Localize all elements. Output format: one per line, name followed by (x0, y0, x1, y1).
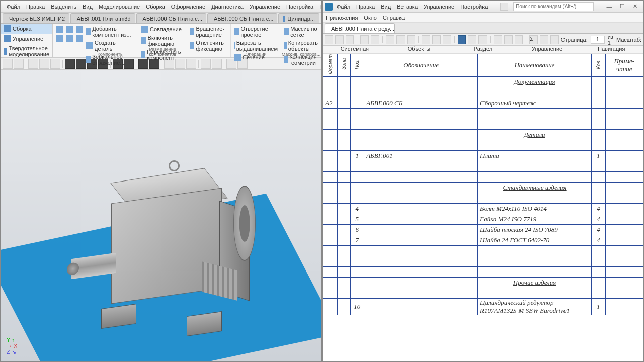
spec-row[interactable] (323, 193, 643, 203)
tb-1[interactable] (3, 59, 13, 69)
st-13[interactable] (468, 35, 476, 44)
rotate-btn[interactable]: Вращение-вращение (189, 25, 228, 39)
st-1[interactable] (325, 35, 333, 44)
print-btn[interactable] (55, 34, 64, 43)
menu-Диагностика[interactable]: Диагностика (211, 4, 244, 10)
hole-btn[interactable]: Отверстие простое (233, 25, 279, 39)
menu-Управление[interactable]: Управление (424, 4, 454, 10)
st-12[interactable] (458, 35, 466, 44)
create-part-btn[interactable]: Создать деталь (85, 39, 136, 53)
spec-row[interactable]: 10Цилиндрический редуктор R107AM132S-M S… (323, 298, 643, 315)
doc-tab[interactable]: АБВГ.000 СБ Плита с... (207, 13, 277, 23)
doc-tab[interactable]: АБВГ.001 Плита.m3d (70, 13, 135, 23)
menu-Вид[interactable]: Вид (83, 4, 93, 10)
tb-4[interactable] (39, 59, 49, 69)
st-15[interactable] (494, 35, 502, 44)
spec-row[interactable]: А2АБВГ.000 СБСборочный чертеж (323, 98, 643, 108)
spec-row[interactable] (323, 171, 643, 182)
spec-row[interactable]: 1АБВГ.001Плита1 (323, 150, 643, 161)
new-btn[interactable] (55, 25, 64, 34)
menu-Выделить[interactable]: Выделить (51, 4, 76, 10)
doc-tab[interactable]: Цилиндр... (278, 13, 319, 23)
st-10[interactable] (432, 35, 441, 44)
menu-Приложения[interactable]: Приложения (326, 15, 358, 21)
3d-viewport[interactable]: Y ↑→ XZ ↘ (1, 70, 321, 361)
maximize-btn[interactable]: ☐ (616, 3, 628, 11)
menu-Правка[interactable]: Правка (356, 4, 375, 10)
spec-row[interactable] (323, 140, 643, 150)
copy-obj-btn[interactable]: Копировать объекты (283, 39, 319, 53)
spec-row[interactable] (323, 288, 643, 298)
st-8[interactable] (407, 35, 416, 44)
spec-row[interactable] (323, 266, 643, 277)
st-20[interactable] (550, 35, 559, 44)
spec-row[interactable]: Документация (323, 76, 643, 87)
menu-Справка[interactable]: Справка (383, 15, 405, 21)
st-2[interactable] (335, 35, 344, 44)
spec-row[interactable] (323, 245, 643, 256)
menu-Правка[interactable]: Правка (26, 4, 45, 10)
minimize-btn[interactable]: — (603, 3, 615, 11)
spec-row[interactable]: 7Шайба 24 ГОСТ 6402-704 (323, 235, 643, 245)
open-btn[interactable] (65, 25, 74, 34)
menu-Сборка[interactable]: Сборка (146, 4, 165, 10)
st-3[interactable] (346, 35, 354, 44)
st-19[interactable] (540, 35, 548, 44)
tb-16[interactable] (186, 59, 196, 69)
tb-5[interactable] (50, 59, 60, 69)
search-icon[interactable] (500, 3, 508, 11)
st-4[interactable] (360, 35, 369, 44)
menu-Вставка[interactable]: Вставка (397, 4, 418, 10)
st-5[interactable] (371, 35, 379, 44)
st-11[interactable] (443, 35, 451, 44)
st-7[interactable] (396, 35, 405, 44)
spec-row[interactable] (323, 119, 643, 129)
command-search[interactable] (513, 2, 594, 11)
close-btn[interactable]: ✕ (629, 3, 641, 11)
doc-tab[interactable]: АБВГ.000 Плита с реду...× (325, 23, 395, 33)
st-9[interactable] (422, 35, 430, 44)
menu-Моделирование[interactable]: Моделирование (99, 4, 140, 10)
fix-off-btn[interactable]: Отключить фиксацию (189, 39, 228, 53)
coincide-btn[interactable]: Совпадение (140, 25, 185, 34)
mode-solid[interactable]: Твердотельное моделирование (1, 44, 52, 59)
menu-Управление[interactable]: Управление (250, 4, 280, 10)
menu-Настройка[interactable]: Настройка (460, 4, 488, 10)
spec-row[interactable]: 5Гайка М24 ISO 77194 (323, 214, 643, 224)
spec-row[interactable]: Стандартные изделия (323, 182, 643, 193)
st-6[interactable] (386, 35, 394, 44)
mode-assembly[interactable]: Сборка (1, 24, 52, 34)
st-16[interactable] (504, 35, 513, 44)
spec-row[interactable]: 6Шайба плоская 24 ISO 70894 (323, 224, 643, 235)
spec-row[interactable]: Детали (323, 129, 643, 140)
mode-manage[interactable]: Управление (1, 34, 52, 44)
tb-7[interactable] (76, 59, 86, 69)
spec-row[interactable] (323, 256, 643, 266)
tb-2[interactable] (14, 59, 24, 69)
spec-document[interactable]: Формат Зона Поз. Обозначение Наименовани… (323, 54, 643, 361)
add-component-btn[interactable]: Добавить компонент из... (85, 25, 136, 39)
undo-btn[interactable] (65, 34, 74, 43)
tb-3[interactable] (28, 59, 38, 69)
menu-Файл[interactable]: Файл (7, 4, 20, 10)
doc-tab[interactable]: Чертеж БЕЗ ИМЕНИ2 (3, 13, 69, 23)
st-17[interactable] (515, 35, 523, 44)
menu-Оформление[interactable]: Оформление (171, 4, 205, 10)
tb-17[interactable] (201, 59, 211, 69)
menu-Вид[interactable]: Вид (381, 4, 391, 10)
spec-row[interactable]: 4Болт М24х110 ISO 40144 (323, 203, 643, 214)
cut-extrude-btn[interactable]: Вырезать выдавливанием (233, 39, 279, 53)
spec-row[interactable] (323, 87, 643, 98)
doc-tab[interactable]: АБВГ.000 СБ Плита с... (136, 13, 206, 23)
st-18[interactable]: Σ (529, 35, 538, 44)
menu-Настройка[interactable]: Настройка (286, 4, 313, 10)
array-btn[interactable]: Массив по сетке (283, 25, 319, 39)
spec-row[interactable]: Прочие изделия (323, 277, 643, 288)
spec-row[interactable] (323, 161, 643, 171)
fix-on-btn[interactable]: Включить фиксацию (140, 34, 185, 48)
tb-6[interactable] (65, 59, 75, 69)
tb-18[interactable] (212, 59, 222, 69)
spec-row[interactable] (323, 108, 643, 119)
menu-Окно[interactable]: Окно (364, 15, 377, 21)
menu-Файл[interactable]: Файл (337, 4, 350, 10)
